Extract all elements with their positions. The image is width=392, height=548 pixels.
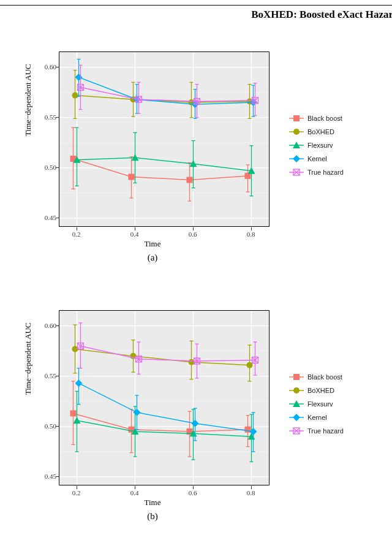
paper-title: BoXHED: Boosted eXact Hazar (251, 9, 392, 21)
svg-point-39 (72, 93, 78, 99)
legend-item: Flexsurv (288, 139, 344, 152)
svg-marker-184 (192, 420, 199, 427)
subplot-caption-b: (b) (22, 511, 283, 522)
svg-marker-166 (74, 417, 81, 424)
svg-marker-182 (75, 379, 83, 387)
plot-area-b (59, 310, 270, 485)
svg-point-102 (293, 129, 300, 135)
y-axis-label: Time−dependent AUC (23, 322, 33, 395)
legend-item: BoXHED (288, 384, 344, 397)
legend-item: Kernel (288, 411, 344, 424)
legend-item: Kernel (288, 152, 344, 166)
legend: Black boostBoXHEDFlexsurvKernelTrue haza… (288, 112, 344, 179)
x-axis-label: Time (22, 498, 283, 508)
legend-item: True hazard (288, 424, 344, 438)
svg-marker-106 (293, 155, 300, 162)
svg-rect-211 (293, 374, 300, 380)
legend-item: Black boost (288, 112, 344, 125)
svg-marker-71 (75, 74, 83, 81)
subplot-caption-a: (a) (22, 253, 283, 263)
legend-item: BoXHED (288, 125, 344, 139)
svg-point-213 (293, 387, 300, 394)
x-axis-label: Time (22, 239, 283, 249)
legend: Black boostBoXHEDFlexsurvKernelTrue haza… (288, 370, 344, 438)
svg-rect-25 (187, 177, 193, 183)
svg-marker-217 (293, 414, 300, 421)
legend-item: Flexsurv (288, 397, 344, 411)
svg-rect-100 (293, 115, 300, 121)
plot-area-a (59, 51, 270, 227)
svg-marker-183 (134, 409, 141, 416)
svg-rect-24 (129, 174, 135, 180)
svg-rect-134 (70, 410, 77, 416)
y-axis-label: Time−dependent AUC (23, 64, 33, 136)
legend-item: True hazard (288, 166, 344, 179)
legend-item: Black boost (288, 370, 344, 384)
